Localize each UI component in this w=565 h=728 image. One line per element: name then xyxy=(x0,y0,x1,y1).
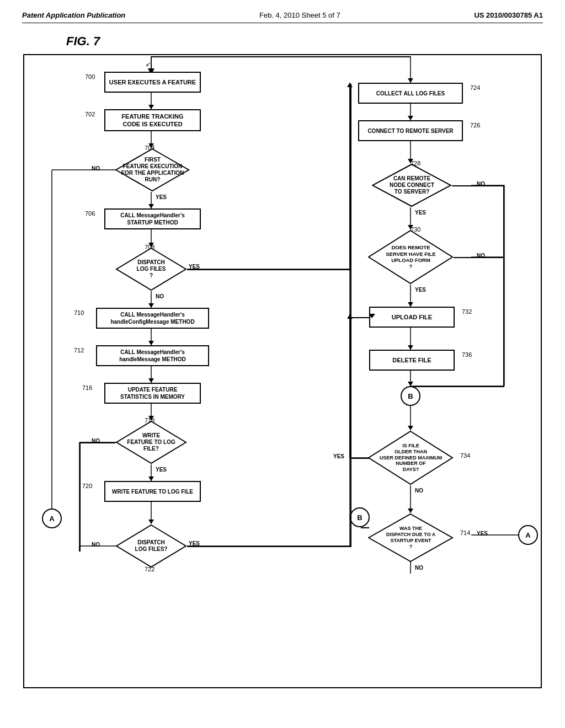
node-732: UPLOAD FILE xyxy=(369,307,455,328)
merge-600 xyxy=(411,386,504,387)
node-704: FIRSTFEATURE EXECUTIONFOR THE APPLICATIO… xyxy=(115,148,190,192)
svg-marker-61 xyxy=(408,78,413,83)
yes-730: YES xyxy=(415,287,426,293)
arrows-svg xyxy=(24,55,541,687)
node-716: UPDATE FEATURE STATISTICS IN MEMORY xyxy=(104,383,201,404)
node-700: USER EXECUTES A FEATURE xyxy=(104,72,201,93)
no-708: NO xyxy=(156,293,164,299)
header-left: Patent Application Publication xyxy=(22,11,125,19)
node-728: CAN REMOTENODE CONNECTTO SERVER? xyxy=(372,163,452,207)
no-718-line xyxy=(79,442,115,443)
arrow-to-732 xyxy=(369,314,375,318)
label-708: 708 xyxy=(145,244,154,250)
label-712: 712 xyxy=(74,347,84,354)
yes-718: YES xyxy=(156,467,167,473)
yes-722-vert xyxy=(350,84,351,547)
label-702: 702 xyxy=(85,111,95,117)
label-722: 722 xyxy=(145,566,154,572)
page-header: Patent Application Publication Feb. 4, 2… xyxy=(22,11,543,23)
circle-b-top: B xyxy=(401,386,420,406)
svg-marker-45 xyxy=(408,345,413,350)
yes-734: YES xyxy=(333,453,344,459)
svg-marker-18 xyxy=(148,341,154,345)
svg-marker-50 xyxy=(408,426,413,430)
no-704: NO xyxy=(92,165,100,172)
svg-marker-14 xyxy=(347,83,353,87)
label-714: 714 xyxy=(460,529,470,536)
top-connector xyxy=(151,56,411,57)
b-to-714 xyxy=(361,527,369,528)
no-734: NO xyxy=(415,488,423,494)
svg-marker-24 xyxy=(148,477,154,481)
label-718: 718 xyxy=(145,417,154,424)
header-right: US 2010/0030785 A1 xyxy=(474,11,543,19)
yes-728: YES xyxy=(415,210,426,216)
node-702: FEATURE TRACKING CODE IS EXECUTED xyxy=(104,109,201,131)
node-724: COLLECT ALL LOG FILES xyxy=(358,83,463,104)
circle-a-left: A xyxy=(42,508,62,528)
node-722: DISPATCHLOG FILES? xyxy=(115,524,187,568)
svg-marker-47 xyxy=(408,382,413,386)
page: Patent Application Publication Feb. 4, 2… xyxy=(0,0,565,728)
svg-marker-28 xyxy=(148,520,154,524)
label-734: 734 xyxy=(460,452,470,459)
no-718-vert xyxy=(79,442,81,552)
yes-714: YES xyxy=(477,531,488,537)
node-708: DISPATCHLOG FILES? xyxy=(115,247,187,291)
label-736: 736 xyxy=(462,351,472,358)
diagram: USER EXECUTES A FEATURE 700 ↙ FEATURE TR… xyxy=(23,54,542,688)
yes-722-horiz xyxy=(187,546,351,547)
yes-734-to-732 xyxy=(350,317,370,318)
node-736: DELETE FILE xyxy=(369,350,455,371)
no-730-horiz xyxy=(454,257,504,258)
circle-a-right: A xyxy=(518,525,538,545)
label-720: 720 xyxy=(82,483,92,489)
node-726: CONNECT TO REMOTE SERVER xyxy=(358,120,463,141)
svg-marker-55 xyxy=(408,508,413,513)
yes-734-horiz xyxy=(350,458,369,459)
node-734: IS FILEOLDER THANUSER DEFINED MAXIMUMNUM… xyxy=(368,430,454,485)
label-716: 716 xyxy=(82,384,92,391)
label-732: 732 xyxy=(462,308,472,315)
node-710: CALL MessageHandler's handleConfigMessag… xyxy=(96,308,209,329)
node-718: WRITEFEATURE TO LOGFILE? xyxy=(115,420,187,464)
header-center: Feb. 4, 2010 Sheet 5 of 7 xyxy=(259,11,340,19)
no-714: NO xyxy=(415,565,423,571)
svg-marker-16 xyxy=(148,303,154,308)
svg-marker-34 xyxy=(408,116,413,120)
label-706: 706 xyxy=(85,210,95,217)
svg-marker-2 xyxy=(148,105,154,109)
no-728-vert xyxy=(503,185,504,386)
svg-marker-20 xyxy=(148,378,154,383)
node-720: WRITE FEATURE TO LOG FILE xyxy=(104,481,201,502)
no-728-horiz xyxy=(452,185,504,186)
svg-marker-9 xyxy=(148,204,154,208)
label-704: 704 xyxy=(145,144,154,151)
node-706: CALL MessageHandler's STARTUP METHOD xyxy=(104,208,201,229)
svg-marker-43 xyxy=(408,302,413,307)
node-730: DOES REMOTESERVER HAVE FILEUPLOAD FORM? xyxy=(368,229,454,285)
node-712: CALL MessageHandler's handleMessage METH… xyxy=(96,345,209,366)
label-730: 730 xyxy=(411,226,420,233)
node-714: WAS THEDISPATCH DUE TO ASTARTUP EVENT? xyxy=(368,513,454,563)
label-724: 724 xyxy=(470,84,480,91)
yes-708-horiz xyxy=(187,269,351,270)
fig-title: FIG. 7 xyxy=(66,34,543,49)
label-710: 710 xyxy=(74,309,84,316)
label-728: 728 xyxy=(411,160,420,167)
label-726: 726 xyxy=(470,122,480,129)
circle-b-bottom: B xyxy=(350,507,370,527)
label-700: 700 xyxy=(85,73,95,80)
yes-704: YES xyxy=(156,194,167,200)
no-722: NO xyxy=(92,542,100,548)
